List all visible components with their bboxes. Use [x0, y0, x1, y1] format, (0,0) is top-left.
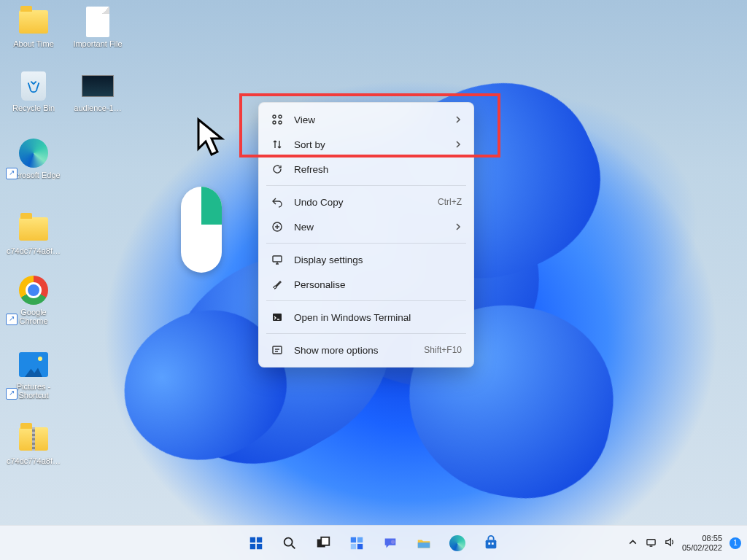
grid-icon: [271, 113, 284, 126]
menu-item-personalise[interactable]: Personalise: [263, 272, 469, 297]
svg-rect-20: [418, 542, 430, 548]
svg-rect-21: [486, 540, 497, 548]
file-explorer-button[interactable]: [409, 529, 438, 558]
svg-point-1: [279, 115, 282, 118]
menu-shortcut: Shift+F10: [424, 345, 462, 355]
icon-label: Important File: [73, 39, 122, 48]
menu-item-refresh[interactable]: Refresh: [263, 157, 469, 182]
menu-item-new[interactable]: New: [263, 214, 469, 239]
display-icon: [271, 253, 284, 266]
plus-circle-icon: [271, 220, 284, 233]
menu-separator: [266, 185, 466, 186]
desktop-icon-about-time[interactable]: About Time: [6, 6, 61, 48]
cursor-pointer-icon: [196, 117, 226, 159]
svg-rect-17: [351, 543, 356, 548]
svg-point-3: [279, 121, 282, 124]
menu-item-show-more[interactable]: Show more options Shift+F10: [263, 338, 469, 362]
refresh-icon: [271, 163, 284, 176]
svg-rect-18: [357, 543, 363, 548]
network-icon[interactable]: [646, 537, 657, 549]
icon-label: audience-1…: [74, 104, 121, 112]
menu-item-sort-by[interactable]: Sort by: [263, 132, 469, 157]
svg-rect-8: [250, 537, 255, 542]
chat-button[interactable]: [376, 529, 405, 558]
store-button[interactable]: [476, 529, 506, 558]
tray-time: 08:55: [702, 534, 722, 543]
icon-label: Google Chrome: [6, 308, 61, 325]
chevron-right-icon: [454, 139, 462, 150]
menu-label: Show more options: [294, 345, 414, 356]
svg-point-19: [391, 540, 395, 544]
svg-rect-11: [257, 543, 262, 548]
widgets-button[interactable]: [342, 529, 371, 558]
menu-label: Display settings: [294, 254, 462, 265]
desktop-icon-edge[interactable]: Microsoft Edge: [6, 137, 61, 179]
edge-button[interactable]: [443, 529, 472, 558]
tray-date: 05/02/2022: [682, 543, 722, 553]
system-tray: 08:55 05/02/2022 1: [627, 534, 741, 553]
desktop-icon-chrome[interactable]: Google Chrome: [6, 274, 61, 325]
menu-label: Refresh: [294, 164, 462, 175]
mouse-right-click-illustration: [181, 187, 222, 273]
menu-item-display-settings[interactable]: Display settings: [263, 247, 469, 272]
menu-item-terminal[interactable]: Open in Windows Terminal: [263, 305, 469, 330]
chevron-right-icon: [454, 114, 462, 125]
svg-point-0: [273, 115, 276, 118]
icon-label: About Time: [13, 39, 54, 48]
menu-separator: [266, 300, 466, 301]
svg-point-2: [273, 121, 276, 124]
sort-icon: [271, 138, 284, 151]
menu-separator: [266, 243, 466, 244]
chevron-right-icon: [454, 222, 462, 233]
svg-rect-9: [257, 537, 262, 542]
menu-label: Personalise: [294, 279, 462, 290]
svg-rect-7: [273, 346, 282, 354]
desktop-icon-audience[interactable]: audience-1…: [70, 70, 125, 112]
desktop-icon-folder2[interactable]: c74dc774a8f…: [6, 423, 61, 465]
svg-rect-10: [250, 543, 255, 548]
desktop-icon-recycle-bin[interactable]: Recycle Bin: [6, 70, 61, 112]
terminal-icon: [271, 311, 284, 324]
icon-label: c74dc774a8f…: [7, 456, 61, 465]
menu-separator: [266, 333, 466, 334]
undo-icon: [271, 195, 284, 209]
taskbar: 08:55 05/02/2022 1: [0, 525, 747, 560]
svg-rect-16: [357, 537, 363, 542]
svg-rect-14: [321, 537, 329, 545]
start-button[interactable]: [241, 529, 271, 558]
menu-label: New: [294, 222, 444, 233]
desktop-context-menu: View Sort by Refresh Undo Copy Ctrl+Z Ne…: [258, 102, 474, 368]
svg-rect-15: [351, 537, 356, 542]
menu-shortcut: Ctrl+Z: [438, 197, 462, 207]
task-view-button[interactable]: [309, 529, 338, 558]
desktop-icon-important-file[interactable]: Important File: [70, 6, 125, 48]
svg-rect-23: [492, 542, 494, 545]
search-button[interactable]: [275, 529, 304, 558]
menu-label: Undo Copy: [294, 197, 427, 208]
menu-item-view[interactable]: View: [263, 107, 469, 132]
menu-label: Sort by: [294, 139, 444, 150]
menu-item-undo-copy[interactable]: Undo Copy Ctrl+Z: [263, 190, 469, 214]
desktop-icon-pictures[interactable]: Pictures - Shortcut: [6, 349, 61, 400]
icon-label: Recycle Bin: [12, 104, 55, 112]
clock-button[interactable]: 08:55 05/02/2022: [682, 534, 722, 553]
more-icon: [271, 343, 284, 357]
svg-point-12: [285, 537, 293, 545]
brush-icon: [271, 278, 284, 291]
icon-label: c74dc774a8f…: [7, 246, 61, 255]
icon-label: Microsoft Edge: [7, 171, 60, 179]
svg-rect-5: [273, 256, 282, 262]
menu-label: View: [294, 114, 444, 125]
volume-icon[interactable]: [664, 537, 675, 549]
notification-badge[interactable]: 1: [729, 537, 741, 549]
icon-label: Pictures - Shortcut: [6, 382, 61, 400]
tray-overflow-button[interactable]: [627, 537, 638, 549]
svg-rect-22: [488, 542, 490, 545]
menu-label: Open in Windows Terminal: [294, 312, 462, 323]
desktop-icon-folder1[interactable]: c74dc774a8f…: [6, 213, 61, 255]
svg-rect-24: [647, 540, 655, 545]
